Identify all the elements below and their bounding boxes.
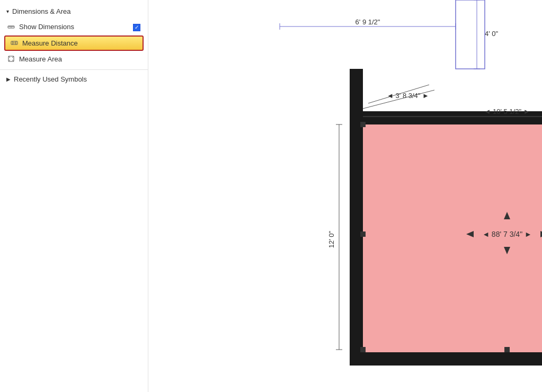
svg-text:◄ 3' 8 3/4" ►: ◄ 3' 8 3/4" ► [387,92,429,100]
sidebar-item-show-dimensions[interactable]: Show Dimensions ✓ [0,20,148,34]
dimensions-area-section[interactable]: ▾ Dimensions & Area [0,4,148,19]
sidebar-item-measure-area[interactable]: Measure Area [0,52,148,66]
checkbox-checked-icon: ✓ [133,24,140,31]
floor-plan-svg: 6' 9 1/2" 4' 0" [148,0,542,392]
measure-area-label: Measure Area [19,55,62,63]
canvas-area: 6' 9 1/2" 4' 0" [148,0,542,392]
chevron-right-icon: ▶ [6,76,11,82]
sidebar-item-measure-distance[interactable]: Measure Distance [4,35,144,51]
measure-area-icon [7,55,15,63]
recently-used-label: Recently Used Symbols [14,75,87,83]
sidebar: ▾ Dimensions & Area Show Dimensions ✓ [0,0,148,392]
svg-rect-35 [360,231,366,237]
measure-distance-label: Measure Distance [22,39,78,47]
chevron-down-icon: ▾ [6,8,9,14]
sidebar-divider [0,69,148,70]
dimensions-area-label: Dimensions & Area [12,7,71,15]
svg-rect-30 [360,122,366,127]
measure-distance-icon [11,39,18,47]
svg-rect-29 [363,124,542,352]
ruler-icon [7,23,15,31]
svg-text:4' 0": 4' 0" [485,30,499,38]
dimensions-area-body: Show Dimensions ✓ Measure Distance [0,19,148,67]
svg-text:◄ 10' 5 1/2" ►: ◄ 10' 5 1/2" ► [484,108,530,115]
svg-text:◄ 88' 7 3/4" ►: ◄ 88' 7 3/4" ► [482,230,532,238]
svg-text:6' 9 1/2": 6' 9 1/2" [356,18,380,26]
show-dimensions-checkbox[interactable]: ✓ [133,23,140,31]
svg-rect-34 [504,347,510,352]
svg-text:12' 0": 12' 0" [327,230,335,248]
recently-used-section[interactable]: ▶ Recently Used Symbols [0,72,148,86]
svg-rect-25 [350,352,542,366]
svg-rect-23 [456,0,485,69]
svg-rect-28 [350,69,363,124]
svg-rect-32 [360,347,366,352]
show-dimensions-label: Show Dimensions [19,23,74,31]
